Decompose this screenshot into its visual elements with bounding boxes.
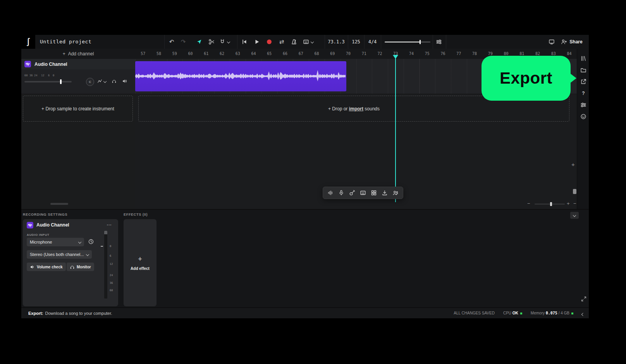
automation-icon[interactable] <box>97 79 102 84</box>
bar-number: 59 <box>167 49 183 59</box>
bar-number: 61 <box>198 49 214 59</box>
master-volume-slider[interactable] <box>385 41 430 43</box>
feedback-smiley-icon[interactable] <box>579 112 588 121</box>
cpu-status: CPU OK <box>503 311 522 315</box>
recording-settings-card: Audio Channel ⋯ AUDIO INPUT Microphone S… <box>23 219 118 306</box>
meter-zero-tick <box>101 246 103 247</box>
fader-scale-value: 6 <box>48 74 50 77</box>
cpu-ok-indicator <box>520 312 522 314</box>
zoom-slider-handle[interactable] <box>550 202 552 206</box>
settings-sliders-icon[interactable] <box>579 101 588 109</box>
tempo-readout[interactable]: 125 <box>348 35 364 49</box>
loop-icon[interactable]: ⇄ <box>277 37 287 46</box>
bar-number: 72 <box>372 49 388 59</box>
piano-icon[interactable] <box>359 189 367 197</box>
divider <box>381 35 381 49</box>
screen-share-icon[interactable] <box>547 37 557 46</box>
channel-mode-select[interactable]: Stereo (Uses both channel... <box>27 250 92 259</box>
recording-settings-label: RECORDING SETTINGS <box>23 213 67 216</box>
plus-icon: + <box>138 255 142 263</box>
undo-icon[interactable]: ↶ <box>167 37 177 46</box>
chevron-down-icon[interactable] <box>310 37 315 46</box>
meter-scale: 0612243660 <box>110 219 117 306</box>
fader-scale-value: 0 <box>53 74 54 77</box>
bar-number: 66 <box>277 49 293 59</box>
cursor-tool-icon[interactable] <box>194 37 204 46</box>
speaker-icon[interactable] <box>122 79 127 84</box>
drum-pads-icon[interactable] <box>370 189 378 197</box>
record-button[interactable] <box>264 37 274 46</box>
app-logo-icon[interactable]: ∫ <box>21 35 35 49</box>
audio-channel-header[interactable]: Audio Channel <box>21 59 135 69</box>
waveform-icon <box>27 222 33 228</box>
playhead-line[interactable] <box>395 58 396 202</box>
headphones-icon[interactable] <box>112 79 117 84</box>
horizontal-scrollbar[interactable] <box>50 203 68 205</box>
input-level-meter <box>104 231 107 299</box>
fader-scale: 6036241260 <box>24 74 58 77</box>
input-device-select[interactable]: Microphone <box>27 238 84 246</box>
add-effect-card[interactable]: + Add effect <box>124 219 156 306</box>
play-icon[interactable] <box>252 37 262 46</box>
save-status: ALL CHANGES SAVED <box>454 311 495 315</box>
import-link[interactable]: import <box>349 106 363 112</box>
headphones-icon <box>70 264 75 270</box>
chevron-down-icon <box>78 240 81 244</box>
mic-icon[interactable] <box>337 189 345 197</box>
zoom-in-icon[interactable]: + <box>567 201 570 206</box>
fader-handle[interactable] <box>60 79 62 84</box>
audio-input-label: AUDIO INPUT <box>27 233 50 237</box>
input-history-icon[interactable] <box>88 239 94 245</box>
playhead-marker[interactable] <box>393 55 398 59</box>
invite-collaborators-icon[interactable] <box>392 189 399 197</box>
instrument-drop-zone[interactable]: + Drop sample to create instrument <box>23 96 133 122</box>
channel-controls: 6036241260 C <box>21 69 135 94</box>
add-track-plus-icon[interactable]: + <box>571 161 575 168</box>
effects-label: EFFECTS (0) <box>124 213 148 216</box>
expand-panel-icon[interactable] <box>581 295 588 302</box>
share-button[interactable]: Share <box>560 37 584 46</box>
metronome-icon[interactable] <box>289 37 299 46</box>
export-icon[interactable] <box>579 77 588 86</box>
bar-number: 76 <box>435 49 451 59</box>
patterns-icon[interactable] <box>327 189 334 197</box>
fader-scale-value: 36 <box>29 74 33 77</box>
split-scissors-icon[interactable] <box>206 37 217 46</box>
chevron-down-icon[interactable] <box>104 80 106 82</box>
zoom-slider[interactable] <box>535 204 565 204</box>
bar-number: 60 <box>182 49 198 59</box>
pan-knob[interactable]: C <box>86 78 94 86</box>
collapse-statusbar-icon[interactable] <box>582 311 584 317</box>
track-height-minus-icon[interactable]: − <box>573 201 576 206</box>
audio-region[interactable] <box>135 61 346 91</box>
bar-number: 63 <box>230 49 246 59</box>
channel-volume-fader[interactable] <box>24 81 72 82</box>
help-icon[interactable]: ? <box>579 89 588 98</box>
volume-slider-handle[interactable] <box>420 40 421 44</box>
vertical-scrollbar[interactable] <box>573 189 576 194</box>
library-icon[interactable] <box>579 54 588 63</box>
fader-scale-value: 24 <box>34 74 37 77</box>
bar-number: 58 <box>151 49 167 59</box>
bar-number: 64 <box>246 49 261 59</box>
divider <box>446 35 446 49</box>
skip-to-start-icon[interactable] <box>239 37 249 46</box>
folder-icon[interactable] <box>579 66 588 74</box>
volume-check-button[interactable]: Volume check <box>27 263 66 271</box>
guitar-icon[interactable] <box>348 189 356 197</box>
project-title[interactable]: Untitled project <box>40 35 91 49</box>
import-file-icon[interactable] <box>381 189 389 197</box>
top-toolbar: ∫ Untitled project ↶ ↷ ⇄ <box>21 35 589 49</box>
song-position-readout[interactable]: 73.1.3 <box>325 35 348 49</box>
collapse-panel-button[interactable] <box>570 212 579 219</box>
bar-number: 57 <box>135 49 151 59</box>
zoom-out-icon[interactable]: − <box>527 201 530 206</box>
redo-icon[interactable]: ↷ <box>178 37 188 46</box>
chevron-down-icon[interactable] <box>226 37 231 46</box>
speaker-icon <box>30 264 35 270</box>
time-signature-readout[interactable]: 4/4 <box>364 35 381 49</box>
status-hint-text: Download a song to your computer. <box>45 311 112 316</box>
monitor-button[interactable]: Monitor <box>67 263 94 271</box>
add-channel-button[interactable]: + Add channel <box>21 49 135 59</box>
mixer-icon[interactable] <box>434 37 444 46</box>
